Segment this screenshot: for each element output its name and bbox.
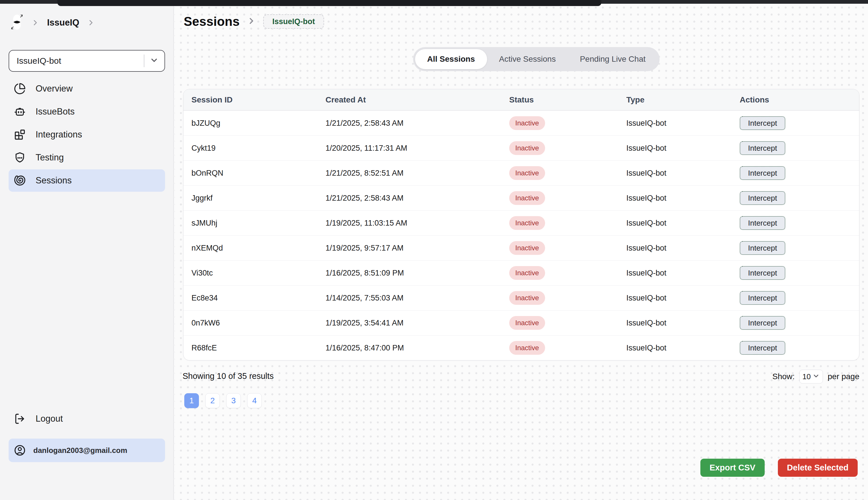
tab-pending-live-chat[interactable]: Pending Live Chat bbox=[568, 49, 658, 69]
breadcrumb: IssueIQ bbox=[10, 13, 95, 32]
table-row: sJMUhj 1/19/2025, 11:03:15 AM Inactive I… bbox=[183, 211, 859, 235]
user-email: danlogan2003@gmail.com bbox=[33, 446, 127, 455]
sidebar-item-label: Integrations bbox=[36, 129, 82, 140]
user-account-chip[interactable]: danlogan2003@gmail.com bbox=[9, 439, 165, 462]
chevron-down-icon bbox=[150, 56, 159, 66]
created-at: 1/19/2025, 3:54:41 AM bbox=[318, 319, 501, 328]
created-at: 1/20/2025, 11:17:31 AM bbox=[318, 144, 501, 153]
intercept-button[interactable]: Intercept bbox=[740, 316, 785, 330]
table-row: nXEMQd 1/19/2025, 9:57:17 AM Inactive Is… bbox=[183, 235, 859, 260]
page-size-select[interactable]: 10 bbox=[799, 370, 823, 384]
per-page-label: per page bbox=[827, 372, 859, 381]
table-row: R68fcE 1/16/2025, 8:47:00 PM Inactive Is… bbox=[183, 335, 859, 360]
page-size-control: Show: 10 per page bbox=[773, 370, 859, 384]
session-type: IssueIQ-bot bbox=[618, 219, 732, 228]
results-summary: Showing 10 of 35 results bbox=[183, 372, 274, 381]
created-at: 1/19/2025, 9:57:17 AM bbox=[318, 244, 501, 253]
page-button-3[interactable]: 3 bbox=[226, 393, 241, 408]
bot-selector[interactable]: IssueIQ-bot bbox=[9, 50, 165, 72]
divider bbox=[144, 55, 144, 67]
chevron-down-icon bbox=[812, 372, 820, 381]
page-title: Sessions bbox=[184, 14, 240, 29]
logout-label: Logout bbox=[36, 413, 63, 424]
session-tabs: All Sessions Active Sessions Pending Liv… bbox=[413, 47, 660, 71]
status-badge: Inactive bbox=[509, 316, 545, 330]
created-at: 1/16/2025, 8:51:09 PM bbox=[318, 269, 501, 277]
session-type: IssueIQ-bot bbox=[618, 319, 732, 328]
session-id: bJZUQg bbox=[183, 119, 318, 128]
sessions-table: Session ID Created At Status Type Action… bbox=[183, 89, 859, 361]
page-button-4[interactable]: 4 bbox=[247, 393, 262, 408]
sidebar: IssueIQ IssueIQ-bot Overview bbox=[0, 0, 174, 500]
bot-selector-value: IssueIQ-bot bbox=[9, 56, 144, 66]
sidebar-item-label: Testing bbox=[36, 152, 64, 163]
sidebar-item-issuebots[interactable]: IssueBots bbox=[9, 101, 165, 123]
session-type: IssueIQ-bot bbox=[618, 343, 732, 352]
table-header-row: Session ID Created At Status Type Action… bbox=[183, 89, 859, 111]
created-at: 1/21/2025, 8:52:51 AM bbox=[318, 169, 501, 178]
sidebar-item-label: IssueBots bbox=[36, 106, 75, 117]
intercept-button[interactable]: Intercept bbox=[740, 291, 785, 305]
created-at: 1/21/2025, 2:58:43 AM bbox=[318, 119, 501, 128]
chevron-right-icon bbox=[247, 16, 256, 27]
intercept-button[interactable]: Intercept bbox=[740, 241, 785, 255]
page-header: Sessions IssueIQ-bot bbox=[184, 14, 324, 29]
app-logo-icon bbox=[10, 13, 24, 32]
session-id: Ec8e34 bbox=[183, 294, 318, 303]
intercept-button[interactable]: Intercept bbox=[740, 191, 785, 205]
page-button-1[interactable]: 1 bbox=[184, 393, 199, 408]
app-screen: IssueIQ IssueIQ-bot Overview bbox=[0, 0, 868, 500]
page-size-value: 10 bbox=[802, 372, 811, 381]
created-at: 1/16/2025, 8:47:00 PM bbox=[318, 343, 501, 352]
sidebar-item-testing[interactable]: Testing bbox=[9, 146, 165, 169]
created-at: 1/14/2025, 7:55:03 AM bbox=[318, 294, 501, 303]
export-csv-button[interactable]: Export CSV bbox=[700, 459, 765, 477]
session-id: Jggrkf bbox=[183, 194, 318, 203]
created-at: 1/19/2025, 11:03:15 AM bbox=[318, 219, 501, 228]
status-badge: Inactive bbox=[509, 166, 545, 180]
session-id: Cykt19 bbox=[183, 144, 318, 153]
table-row: Cykt19 1/20/2025, 11:17:31 AM Inactive I… bbox=[183, 136, 859, 160]
session-id: bOnRQN bbox=[183, 169, 318, 178]
browser-tab-strip bbox=[57, 0, 601, 6]
status-badge: Inactive bbox=[509, 191, 545, 205]
table-row: Jggrkf 1/21/2025, 2:58:43 AM Inactive Is… bbox=[183, 185, 859, 211]
session-type: IssueIQ-bot bbox=[618, 194, 732, 203]
intercept-button[interactable]: Intercept bbox=[740, 266, 785, 280]
shield-icon bbox=[14, 151, 26, 163]
status-badge: Inactive bbox=[509, 216, 545, 230]
intercept-button[interactable]: Intercept bbox=[740, 166, 785, 180]
created-at: 1/21/2025, 2:58:43 AM bbox=[318, 194, 501, 203]
sidebar-item-label: Overview bbox=[36, 83, 73, 94]
pagination: 1 2 3 4 bbox=[184, 393, 262, 408]
table-row: bJZUQg 1/21/2025, 2:58:43 AM Inactive Is… bbox=[183, 111, 859, 136]
sidebar-item-integrations[interactable]: Integrations bbox=[9, 123, 165, 146]
intercept-button[interactable]: Intercept bbox=[740, 341, 785, 355]
intercept-button[interactable]: Intercept bbox=[740, 216, 785, 230]
logout-button[interactable]: Logout bbox=[14, 413, 63, 425]
session-type: IssueIQ-bot bbox=[618, 244, 732, 253]
delete-selected-button[interactable]: Delete Selected bbox=[778, 459, 858, 477]
status-badge: Inactive bbox=[509, 291, 545, 305]
session-type: IssueIQ-bot bbox=[618, 294, 732, 303]
sidebar-item-sessions[interactable]: Sessions bbox=[9, 169, 165, 192]
session-type: IssueIQ-bot bbox=[618, 119, 732, 128]
status-badge: Inactive bbox=[509, 341, 545, 355]
session-id: R68fcE bbox=[183, 343, 318, 352]
page-button-2[interactable]: 2 bbox=[205, 393, 220, 408]
chevron-right-icon bbox=[31, 18, 39, 27]
intercept-button[interactable]: Intercept bbox=[740, 116, 785, 130]
sidebar-item-overview[interactable]: Overview bbox=[9, 78, 165, 100]
status-badge: Inactive bbox=[509, 266, 545, 280]
tab-all-sessions[interactable]: All Sessions bbox=[415, 49, 487, 69]
bulk-action-buttons: Export CSV Delete Selected bbox=[700, 459, 858, 477]
session-id: 0n7kW6 bbox=[183, 319, 318, 328]
session-type: IssueIQ-bot bbox=[618, 169, 732, 178]
robot-icon bbox=[14, 106, 26, 118]
table-row: Ec8e34 1/14/2025, 7:55:03 AM Inactive Is… bbox=[183, 285, 859, 310]
breadcrumb-app-name[interactable]: IssueIQ bbox=[47, 18, 79, 28]
tab-active-sessions[interactable]: Active Sessions bbox=[487, 49, 568, 69]
session-id: sJMUhj bbox=[183, 219, 318, 228]
intercept-button[interactable]: Intercept bbox=[740, 141, 785, 155]
show-label: Show: bbox=[773, 372, 795, 381]
